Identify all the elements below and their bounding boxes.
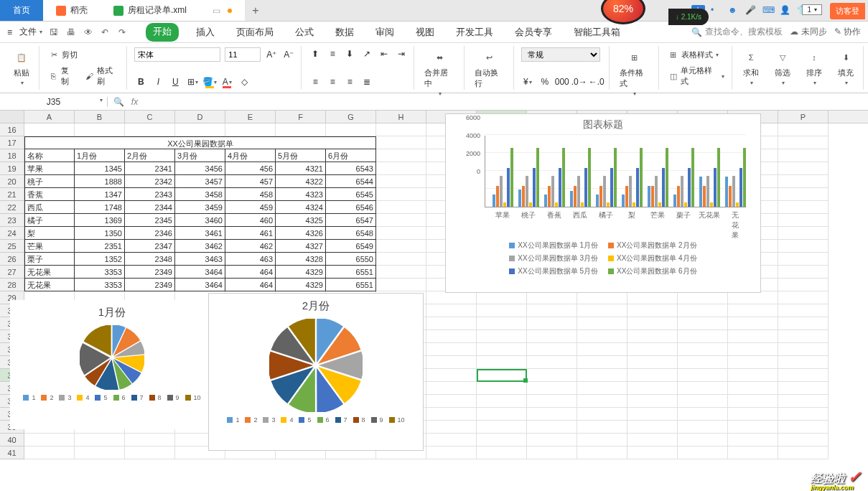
cell-F26[interactable]: 4328 <box>276 253 326 266</box>
row-header-18[interactable]: 18 <box>0 149 24 162</box>
row-header-40[interactable]: 40 <box>0 434 24 446</box>
font-size-select[interactable] <box>225 47 261 62</box>
cell-I33[interactable] <box>426 343 477 356</box>
cell-D18[interactable]: 3月份 <box>175 149 225 162</box>
command-search[interactable]: 🔍查找命令、搜索模板 <box>691 26 783 38</box>
cell-I40[interactable] <box>426 434 477 446</box>
align-left-button[interactable]: ≡ <box>309 75 322 88</box>
cell-E23[interactable]: 460 <box>225 214 276 227</box>
cell-E28[interactable]: 464 <box>225 279 276 291</box>
cell-L37[interactable] <box>577 395 627 408</box>
cell-N36[interactable] <box>678 382 728 395</box>
cell-A18[interactable]: 名称 <box>24 149 75 162</box>
cell-L36[interactable] <box>577 382 627 395</box>
cell-G28[interactable]: 6551 <box>326 279 376 291</box>
cell-D23[interactable]: 3460 <box>175 214 225 227</box>
cell-G16[interactable] <box>326 123 376 136</box>
cell-B23[interactable]: 1369 <box>75 214 125 227</box>
cell-A27[interactable]: 无花果 <box>24 266 75 279</box>
fx-icon[interactable]: fx <box>131 97 138 107</box>
cell-O30[interactable] <box>728 304 778 317</box>
cell-N40[interactable] <box>678 434 728 446</box>
row-header-21[interactable]: 21 <box>0 188 24 201</box>
cell-K33[interactable] <box>527 343 577 356</box>
cell-H24[interactable] <box>376 227 426 240</box>
cell-M36[interactable] <box>627 382 678 395</box>
cell-G22[interactable]: 6546 <box>326 201 376 214</box>
cell-M34[interactable] <box>627 356 678 369</box>
cell-F22[interactable]: 4324 <box>276 201 326 214</box>
cell-P32[interactable] <box>778 330 829 343</box>
cell-A40[interactable] <box>24 434 75 446</box>
cell-A23[interactable]: 橘子 <box>24 214 75 227</box>
tab-doku[interactable]: 稻壳 <box>43 0 101 21</box>
wrap-text-button[interactable]: ↩自动换行 <box>472 47 508 90</box>
cell-L39[interactable] <box>577 421 627 434</box>
cell-H18[interactable] <box>376 149 426 162</box>
cell-H20[interactable] <box>376 175 426 188</box>
cell-M35[interactable] <box>627 369 678 382</box>
row-header-23[interactable]: 23 <box>0 214 24 227</box>
cell-J29[interactable] <box>477 291 527 304</box>
cell-A22[interactable]: 西瓜 <box>24 201 75 214</box>
cell-J35[interactable] <box>477 369 527 382</box>
cell-N32[interactable] <box>678 330 728 343</box>
font-family-select[interactable] <box>134 47 220 62</box>
preview-icon[interactable]: 👁 <box>84 27 94 37</box>
col-header-P[interactable]: P <box>778 111 829 123</box>
cell-A19[interactable]: 苹果 <box>24 162 75 175</box>
cell-D25[interactable]: 3462 <box>175 240 225 253</box>
cell-N31[interactable] <box>678 317 728 330</box>
row-header-20[interactable]: 20 <box>0 175 24 188</box>
cell-P21[interactable] <box>778 188 829 201</box>
cell-P39[interactable] <box>778 421 829 434</box>
cell-J33[interactable] <box>477 343 527 356</box>
mic-icon[interactable]: 🎤 <box>745 5 757 17</box>
cell-D19[interactable]: 3456 <box>175 162 225 175</box>
cell-N39[interactable] <box>678 421 728 434</box>
cell-E20[interactable]: 457 <box>225 175 276 188</box>
bar-chart[interactable]: 图表标题 02000400060008000苹果桃子香蕉西瓜橘子梨芒果栗子无花果… <box>445 113 761 293</box>
cell-M40[interactable] <box>627 434 678 446</box>
indent-dec-button[interactable]: ⇤ <box>378 47 391 60</box>
cell-O33[interactable] <box>728 343 778 356</box>
cell-J31[interactable] <box>477 317 527 330</box>
col-header-F[interactable]: F <box>276 111 326 123</box>
cell-E21[interactable]: 458 <box>225 188 276 201</box>
visitor-login-button[interactable]: 访客登 <box>830 3 865 19</box>
underline-button[interactable]: U <box>169 75 182 88</box>
cell-E25[interactable]: 462 <box>225 240 276 253</box>
cell-E27[interactable]: 464 <box>225 266 276 279</box>
cell-B16[interactable] <box>75 123 125 136</box>
cell-K31[interactable] <box>527 317 577 330</box>
ribbon-tab-formula[interactable]: 公式 <box>291 23 318 42</box>
cell-P24[interactable] <box>778 227 829 240</box>
cell-L33[interactable] <box>577 343 627 356</box>
cell-M32[interactable] <box>627 330 678 343</box>
cell-H22[interactable] <box>376 201 426 214</box>
cell-C20[interactable]: 2342 <box>125 175 175 188</box>
cell-L35[interactable] <box>577 369 627 382</box>
cell-G27[interactable]: 6551 <box>326 266 376 279</box>
cell-B26[interactable]: 1352 <box>75 253 125 266</box>
print-icon[interactable]: 🖶 <box>67 27 77 37</box>
cell-E22[interactable]: 459 <box>225 201 276 214</box>
row-header-28[interactable]: 28 <box>0 279 24 291</box>
increase-font-button[interactable]: A⁺ <box>265 48 278 61</box>
cell-O41[interactable] <box>728 446 778 459</box>
col-header-B[interactable]: B <box>75 111 125 123</box>
cell-M38[interactable] <box>627 408 678 421</box>
cell-F28[interactable]: 4329 <box>276 279 326 291</box>
number-format-select[interactable]: 常规 <box>521 47 600 62</box>
align-top-button[interactable]: ⬆ <box>309 47 322 60</box>
cell-G25[interactable]: 6549 <box>326 240 376 253</box>
cell-K38[interactable] <box>527 408 577 421</box>
cell-K34[interactable] <box>527 356 577 369</box>
cell-H26[interactable] <box>376 253 426 266</box>
cell-H19[interactable] <box>376 162 426 175</box>
cell-G23[interactable]: 6547 <box>326 214 376 227</box>
cell-D27[interactable]: 3464 <box>175 266 225 279</box>
fill-color-button[interactable]: 🪣▾ <box>203 75 216 88</box>
cell-K29[interactable] <box>527 291 577 304</box>
col-header-H[interactable]: H <box>376 111 426 123</box>
